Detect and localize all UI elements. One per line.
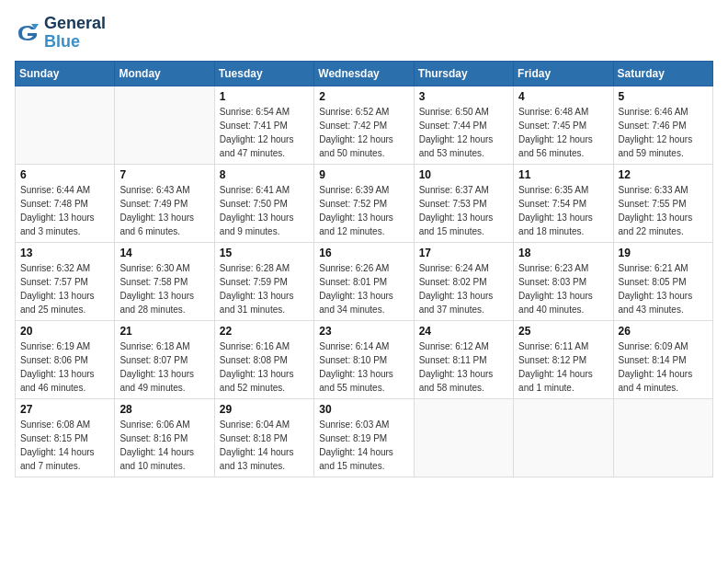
day-info: Sunrise: 6:41 AM Sunset: 7:50 PM Dayligh… [220, 183, 309, 238]
day-info: Sunrise: 6:12 AM Sunset: 8:11 PM Dayligh… [419, 339, 508, 395]
calendar-cell: 26Sunrise: 6:09 AM Sunset: 8:14 PM Dayli… [613, 320, 712, 398]
calendar-cell: 18Sunrise: 6:23 AM Sunset: 8:03 PM Dayli… [514, 242, 613, 320]
day-number: 23 [319, 325, 408, 338]
day-info: Sunrise: 6:09 AM Sunset: 8:14 PM Dayligh… [619, 339, 708, 395]
day-info: Sunrise: 6:16 AM Sunset: 8:08 PM Dayligh… [220, 339, 309, 395]
day-info: Sunrise: 6:24 AM Sunset: 8:02 PM Dayligh… [419, 261, 508, 316]
day-number: 8 [220, 168, 309, 181]
calendar-header-row: SundayMondayTuesdayWednesdayThursdayFrid… [16, 61, 713, 86]
day-number: 11 [518, 168, 608, 181]
day-info: Sunrise: 6:35 AM Sunset: 7:54 PM Dayligh… [518, 183, 608, 238]
day-info: Sunrise: 6:28 AM Sunset: 7:59 PM Dayligh… [220, 261, 309, 316]
calendar-cell: 28Sunrise: 6:06 AM Sunset: 8:16 PM Dayli… [115, 398, 214, 477]
day-number: 12 [619, 168, 708, 181]
calendar-cell: 14Sunrise: 6:30 AM Sunset: 7:58 PM Dayli… [115, 242, 214, 320]
day-number: 20 [20, 325, 109, 338]
day-info: Sunrise: 6:39 AM Sunset: 7:52 PM Dayligh… [319, 183, 408, 238]
day-info: Sunrise: 6:04 AM Sunset: 8:18 PM Dayligh… [220, 418, 309, 473]
calendar-cell: 7Sunrise: 6:43 AM Sunset: 7:49 PM Daylig… [115, 164, 214, 242]
logo-icon [15, 20, 40, 46]
day-number: 7 [119, 168, 209, 181]
day-number: 30 [319, 403, 408, 416]
day-number: 29 [220, 403, 309, 416]
day-number: 4 [518, 90, 608, 103]
calendar-cell: 12Sunrise: 6:33 AM Sunset: 7:55 PM Dayli… [613, 164, 712, 242]
day-number: 24 [419, 325, 508, 338]
day-number: 1 [220, 90, 309, 103]
day-info: Sunrise: 6:06 AM Sunset: 8:16 PM Dayligh… [119, 418, 209, 473]
day-info: Sunrise: 6:37 AM Sunset: 7:53 PM Dayligh… [419, 183, 508, 238]
day-number: 10 [419, 168, 508, 181]
day-info: Sunrise: 6:23 AM Sunset: 8:03 PM Dayligh… [518, 261, 608, 316]
day-info: Sunrise: 6:52 AM Sunset: 7:42 PM Dayligh… [319, 105, 408, 160]
calendar-cell [115, 86, 214, 164]
calendar-cell: 6Sunrise: 6:44 AM Sunset: 7:48 PM Daylig… [16, 164, 115, 242]
day-number: 26 [619, 325, 708, 338]
day-number: 9 [319, 168, 408, 181]
calendar-cell: 27Sunrise: 6:08 AM Sunset: 8:15 PM Dayli… [16, 398, 115, 477]
day-number: 16 [319, 247, 408, 259]
day-info: Sunrise: 6:08 AM Sunset: 8:15 PM Dayligh… [20, 418, 109, 473]
day-info: Sunrise: 6:26 AM Sunset: 8:01 PM Dayligh… [319, 261, 408, 316]
calendar-cell: 11Sunrise: 6:35 AM Sunset: 7:54 PM Dayli… [514, 164, 613, 242]
day-number: 28 [119, 403, 209, 416]
logo: General Blue [15, 15, 106, 52]
week-row-5: 27Sunrise: 6:08 AM Sunset: 8:15 PM Dayli… [16, 398, 713, 477]
calendar-cell: 30Sunrise: 6:03 AM Sunset: 8:19 PM Dayli… [314, 398, 414, 477]
day-header-friday: Friday [514, 61, 613, 86]
week-row-4: 20Sunrise: 6:19 AM Sunset: 8:06 PM Dayli… [16, 320, 713, 398]
day-number: 17 [419, 247, 508, 259]
calendar-cell: 29Sunrise: 6:04 AM Sunset: 8:18 PM Dayli… [214, 398, 313, 477]
page-header: General Blue [15, 15, 713, 52]
calendar-cell: 10Sunrise: 6:37 AM Sunset: 7:53 PM Dayli… [414, 164, 513, 242]
calendar-cell: 13Sunrise: 6:32 AM Sunset: 7:57 PM Dayli… [16, 242, 115, 320]
day-info: Sunrise: 6:43 AM Sunset: 7:49 PM Dayligh… [119, 183, 209, 238]
calendar-cell: 4Sunrise: 6:48 AM Sunset: 7:45 PM Daylig… [514, 86, 613, 164]
day-header-sunday: Sunday [16, 61, 115, 86]
week-row-3: 13Sunrise: 6:32 AM Sunset: 7:57 PM Dayli… [16, 242, 713, 320]
calendar-cell: 21Sunrise: 6:18 AM Sunset: 8:07 PM Dayli… [115, 320, 214, 398]
calendar-cell: 1Sunrise: 6:54 AM Sunset: 7:41 PM Daylig… [214, 86, 313, 164]
day-number: 19 [619, 247, 708, 259]
day-info: Sunrise: 6:21 AM Sunset: 8:05 PM Dayligh… [619, 261, 708, 316]
calendar-cell: 2Sunrise: 6:52 AM Sunset: 7:42 PM Daylig… [314, 86, 414, 164]
day-info: Sunrise: 6:33 AM Sunset: 7:55 PM Dayligh… [619, 183, 708, 238]
day-info: Sunrise: 6:19 AM Sunset: 8:06 PM Dayligh… [20, 339, 109, 395]
day-number: 15 [220, 247, 309, 259]
day-number: 21 [119, 325, 209, 338]
day-number: 6 [20, 168, 109, 181]
calendar-cell: 20Sunrise: 6:19 AM Sunset: 8:06 PM Dayli… [16, 320, 115, 398]
calendar-cell: 5Sunrise: 6:46 AM Sunset: 7:46 PM Daylig… [613, 86, 712, 164]
calendar-cell [613, 398, 712, 477]
day-info: Sunrise: 6:48 AM Sunset: 7:45 PM Dayligh… [518, 105, 608, 160]
day-info: Sunrise: 6:44 AM Sunset: 7:48 PM Dayligh… [20, 183, 109, 238]
day-number: 3 [419, 90, 508, 103]
day-info: Sunrise: 6:14 AM Sunset: 8:10 PM Dayligh… [319, 339, 408, 395]
day-number: 25 [518, 325, 608, 338]
calendar-cell: 19Sunrise: 6:21 AM Sunset: 8:05 PM Dayli… [613, 242, 712, 320]
day-info: Sunrise: 6:18 AM Sunset: 8:07 PM Dayligh… [119, 339, 209, 395]
calendar-cell: 23Sunrise: 6:14 AM Sunset: 8:10 PM Dayli… [314, 320, 414, 398]
day-info: Sunrise: 6:54 AM Sunset: 7:41 PM Dayligh… [220, 105, 309, 160]
day-info: Sunrise: 6:50 AM Sunset: 7:44 PM Dayligh… [419, 105, 508, 160]
day-info: Sunrise: 6:46 AM Sunset: 7:46 PM Dayligh… [619, 105, 708, 160]
day-info: Sunrise: 6:03 AM Sunset: 8:19 PM Dayligh… [319, 418, 408, 473]
day-info: Sunrise: 6:32 AM Sunset: 7:57 PM Dayligh… [20, 261, 109, 316]
day-number: 2 [319, 90, 408, 103]
day-number: 22 [220, 325, 309, 338]
day-info: Sunrise: 6:30 AM Sunset: 7:58 PM Dayligh… [119, 261, 209, 316]
calendar-cell: 15Sunrise: 6:28 AM Sunset: 7:59 PM Dayli… [214, 242, 313, 320]
calendar-cell [16, 86, 115, 164]
day-number: 13 [20, 247, 109, 259]
calendar-cell [414, 398, 513, 477]
calendar-cell: 25Sunrise: 6:11 AM Sunset: 8:12 PM Dayli… [514, 320, 613, 398]
calendar-cell [514, 398, 613, 477]
calendar-cell: 24Sunrise: 6:12 AM Sunset: 8:11 PM Dayli… [414, 320, 513, 398]
day-header-thursday: Thursday [414, 61, 513, 86]
day-header-wednesday: Wednesday [314, 61, 414, 86]
week-row-2: 6Sunrise: 6:44 AM Sunset: 7:48 PM Daylig… [16, 164, 713, 242]
calendar-cell: 3Sunrise: 6:50 AM Sunset: 7:44 PM Daylig… [414, 86, 513, 164]
calendar-cell: 22Sunrise: 6:16 AM Sunset: 8:08 PM Dayli… [214, 320, 313, 398]
week-row-1: 1Sunrise: 6:54 AM Sunset: 7:41 PM Daylig… [16, 86, 713, 164]
day-header-saturday: Saturday [613, 61, 712, 86]
